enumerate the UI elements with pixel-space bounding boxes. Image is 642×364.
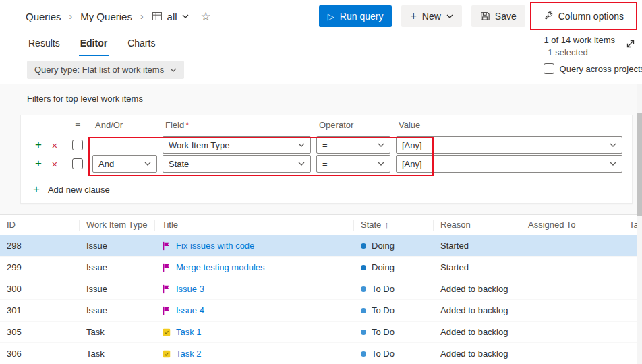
chevron-down-icon bbox=[378, 143, 384, 147]
state-dot bbox=[361, 243, 366, 249]
state-dot bbox=[361, 308, 366, 313]
cell-state: To Do bbox=[354, 284, 434, 294]
breadcrumb-separator-icon: › bbox=[69, 11, 73, 22]
operator-dropdown[interactable]: = bbox=[316, 136, 390, 154]
top-toolbar: Queries › My Queries › all ☆ ▷ Run query… bbox=[0, 0, 642, 32]
save-icon bbox=[480, 11, 490, 21]
dropdown-value: = bbox=[322, 140, 328, 150]
andor-dropdown[interactable]: And bbox=[92, 155, 157, 173]
fullscreen-expand-icon[interactable] bbox=[626, 39, 635, 51]
header-work-item-type[interactable]: Work Item Type bbox=[80, 220, 155, 231]
value-dropdown[interactable]: [Any] bbox=[396, 155, 622, 173]
new-label: New bbox=[422, 11, 441, 22]
header-value: Value bbox=[396, 120, 622, 130]
issue-icon bbox=[162, 263, 171, 272]
insert-clause-button[interactable]: + bbox=[30, 157, 47, 171]
filter-clause-grid: ≡ And/Or Field* Operator Value + × Work … bbox=[20, 115, 633, 204]
header-state[interactable]: State↑ bbox=[354, 220, 434, 231]
required-asterisk: * bbox=[185, 120, 189, 130]
cell-title: Issue 4 bbox=[155, 305, 354, 315]
breadcrumb-queries[interactable]: Queries bbox=[26, 11, 61, 22]
field-dropdown[interactable]: Work Item Type bbox=[163, 136, 311, 154]
clause-checkbox[interactable] bbox=[72, 140, 83, 150]
query-type-label: Query type: Flat list of work items bbox=[34, 65, 164, 75]
tab-results[interactable]: Results bbox=[27, 34, 61, 56]
scrollbar-thumb[interactable] bbox=[637, 113, 642, 216]
state-label: To Do bbox=[372, 348, 395, 359]
issue-icon bbox=[162, 306, 171, 315]
cell-title: Fix issues with code bbox=[155, 241, 354, 251]
table-row[interactable]: 299 Issue Merge testing modules Doing St… bbox=[0, 257, 642, 278]
work-item-link[interactable]: Issue 3 bbox=[176, 284, 204, 294]
work-item-link[interactable]: Task 2 bbox=[176, 348, 202, 359]
cell-title: Task 2 bbox=[155, 348, 354, 359]
cell-title: Merge testing modules bbox=[155, 262, 354, 272]
work-item-link[interactable]: Fix issues with code bbox=[176, 241, 254, 251]
state-dot bbox=[361, 265, 366, 270]
filter-grid-header: ≡ And/Or Field* Operator Value bbox=[21, 115, 632, 135]
cell-id: 300 bbox=[0, 284, 80, 294]
query-name-label: all bbox=[167, 11, 177, 22]
tab-editor[interactable]: Editor bbox=[79, 34, 109, 56]
cell-reason: Added to backlog bbox=[434, 327, 521, 337]
state-label: To Do bbox=[372, 305, 395, 315]
task-icon bbox=[162, 328, 171, 337]
dropdown-value: Work Item Type bbox=[169, 140, 230, 150]
work-item-link[interactable]: Issue 4 bbox=[176, 305, 204, 315]
header-title[interactable]: Title bbox=[155, 220, 354, 231]
insert-clause-button[interactable]: + bbox=[30, 138, 47, 152]
header-assigned-to[interactable]: Assigned To bbox=[521, 220, 622, 231]
save-button[interactable]: Save bbox=[471, 5, 525, 27]
queries-editor-page: Queries › My Queries › all ☆ ▷ Run query… bbox=[0, 0, 642, 364]
view-tabs: Results Editor Charts bbox=[27, 34, 156, 56]
header-andor: And/Or bbox=[92, 120, 157, 130]
table-row[interactable]: 305 Task Task 1 To Do Added to backlog bbox=[0, 322, 642, 343]
cell-id: 305 bbox=[0, 327, 80, 337]
table-row[interactable]: 306 Task Task 2 To Do Added to backlog bbox=[0, 343, 642, 364]
plus-icon: + bbox=[33, 183, 40, 196]
save-label: Save bbox=[495, 11, 517, 22]
query-name-dropdown[interactable]: all bbox=[152, 11, 189, 22]
chevron-down-icon bbox=[182, 14, 189, 18]
state-label: To Do bbox=[372, 327, 395, 337]
value-dropdown[interactable]: [Any] bbox=[396, 136, 622, 154]
header-id[interactable]: ID bbox=[0, 220, 80, 231]
remove-clause-button[interactable]: × bbox=[47, 158, 63, 170]
run-query-label: Run query bbox=[340, 11, 384, 22]
cell-reason: Started bbox=[434, 241, 521, 251]
results-table: ID Work Item Type Title State↑ Reason As… bbox=[0, 214, 642, 364]
vertical-scrollbar[interactable] bbox=[637, 84, 642, 364]
add-new-clause-button[interactable]: + Add new clause bbox=[33, 183, 632, 196]
favorite-star-icon[interactable]: ☆ bbox=[201, 9, 211, 24]
field-dropdown[interactable]: State bbox=[163, 155, 311, 173]
cell-id: 298 bbox=[0, 241, 80, 251]
remove-clause-button[interactable]: × bbox=[47, 140, 63, 151]
dropdown-value: = bbox=[322, 159, 328, 169]
header-reason[interactable]: Reason bbox=[434, 220, 521, 231]
breadcrumb-my-queries[interactable]: My Queries bbox=[80, 11, 132, 22]
new-button[interactable]: + New bbox=[401, 5, 461, 27]
clause-checkbox[interactable] bbox=[72, 158, 83, 169]
breadcrumb-separator-icon: › bbox=[140, 11, 144, 22]
column-options-button[interactable]: Column options bbox=[535, 5, 633, 27]
run-query-button[interactable]: ▷ Run query bbox=[319, 5, 392, 27]
query-across-checkbox[interactable] bbox=[544, 63, 554, 74]
dropdown-value: [Any] bbox=[402, 140, 422, 150]
tab-charts[interactable]: Charts bbox=[126, 34, 156, 56]
state-label: To Do bbox=[372, 284, 395, 294]
operator-dropdown[interactable]: = bbox=[316, 155, 390, 173]
work-item-count: 1 of 14 work items bbox=[521, 35, 615, 45]
header-state-label: State bbox=[361, 220, 381, 230]
table-row[interactable]: 298 Issue Fix issues with code Doing Sta… bbox=[0, 235, 642, 257]
query-type-dropdown[interactable]: Query type: Flat list of work items bbox=[27, 61, 184, 79]
work-item-link[interactable]: Merge testing modules bbox=[176, 262, 265, 272]
cell-reason: Added to backlog bbox=[434, 305, 521, 315]
table-row[interactable]: 300 Issue Issue 3 To Do Added to backlog bbox=[0, 278, 642, 300]
work-item-link[interactable]: Task 1 bbox=[176, 327, 202, 337]
header-field: Field* bbox=[163, 120, 311, 130]
table-row[interactable]: 301 Issue Issue 4 To Do Added to backlog bbox=[0, 300, 642, 322]
add-new-clause-label: Add new clause bbox=[48, 185, 110, 195]
chevron-down-icon bbox=[170, 68, 177, 72]
cell-state: To Do bbox=[354, 327, 434, 337]
chevron-down-icon bbox=[610, 162, 616, 166]
